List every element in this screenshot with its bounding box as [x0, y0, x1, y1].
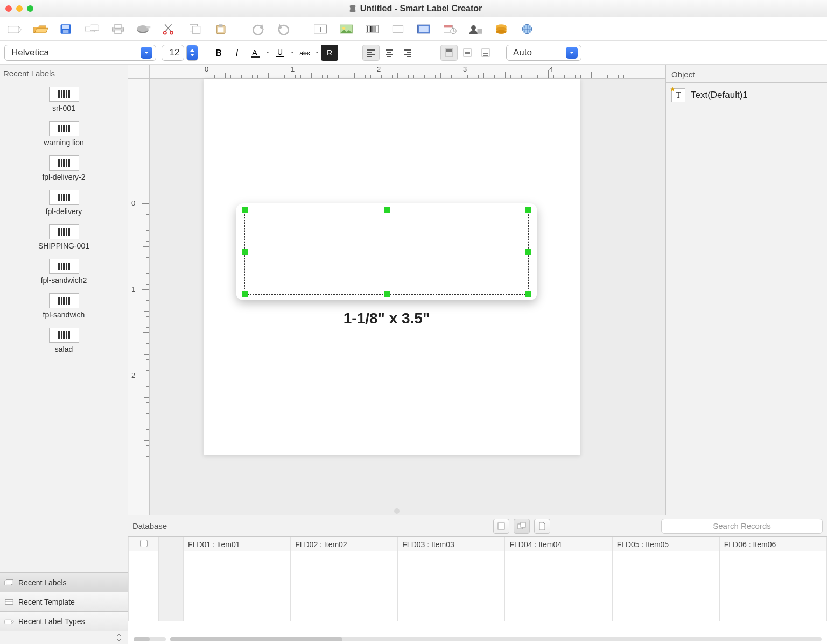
sidebar-expander[interactable]	[0, 631, 128, 644]
db-cell[interactable]	[719, 607, 826, 621]
autosize-combo[interactable]: Auto	[506, 45, 581, 61]
valign-bottom-button[interactable]	[477, 45, 494, 61]
resize-handle-nw[interactable]	[242, 207, 248, 213]
db-col-header[interactable]: FLD05 : Item05	[612, 537, 719, 551]
db-cell[interactable]	[398, 551, 505, 565]
object-item-text-default-1[interactable]: ★ T Text(Default)1	[666, 83, 827, 108]
db-col-header[interactable]: FLD02 : Item02	[291, 537, 398, 551]
valign-top-button[interactable]	[440, 45, 458, 61]
db-row-checkbox[interactable]	[129, 593, 159, 607]
db-scrollbars[interactable]	[128, 636, 827, 644]
align-left-button[interactable]	[362, 45, 380, 61]
db-cell[interactable]	[291, 565, 398, 579]
db-col-header[interactable]: FLD01 : Item01	[184, 537, 291, 551]
db-col-header[interactable]: FLD06 : Item06	[719, 537, 826, 551]
save-as-button[interactable]	[82, 21, 102, 37]
cut-button[interactable]	[159, 21, 180, 37]
underline-menu[interactable]	[290, 45, 295, 61]
db-cell[interactable]	[719, 565, 826, 579]
db-cell[interactable]	[612, 565, 719, 579]
table-row[interactable]	[129, 565, 827, 579]
copy-button[interactable]	[185, 21, 206, 37]
recent-label-item[interactable]: fpl-delivery-2	[0, 151, 128, 186]
insert-screen-button[interactable]	[414, 21, 434, 37]
text-color-menu[interactable]	[265, 45, 270, 61]
recent-label-item[interactable]: fpl-delivery	[0, 186, 128, 220]
db-cell[interactable]	[398, 579, 505, 593]
table-row[interactable]	[129, 579, 827, 593]
db-cell[interactable]	[719, 579, 826, 593]
save-button[interactable]	[56, 21, 76, 37]
database-button[interactable]	[491, 21, 511, 37]
db-view-doc-button[interactable]	[534, 519, 550, 534]
paste-button[interactable]	[211, 21, 232, 37]
strikethrough-button[interactable]: abc	[296, 45, 313, 61]
resize-handle-s[interactable]	[384, 291, 390, 297]
db-cell[interactable]	[291, 593, 398, 607]
inverse-text-button[interactable]: R	[321, 45, 338, 61]
db-cell[interactable]	[612, 579, 719, 593]
db-cell[interactable]	[505, 607, 612, 621]
db-cell[interactable]	[184, 607, 291, 621]
recent-label-item[interactable]: fpl-sandwich	[0, 289, 128, 323]
bold-button[interactable]: B	[210, 45, 227, 61]
undo-button[interactable]	[248, 21, 268, 37]
db-cell[interactable]	[719, 593, 826, 607]
zoom-window-button[interactable]	[27, 5, 33, 12]
sidebar-tab-recent-labels[interactable]: Recent Labels	[0, 573, 128, 592]
sidebar-tab-recent-label-types[interactable]: Recent Label Types	[0, 612, 128, 631]
db-cell[interactable]	[398, 565, 505, 579]
db-row-checkbox[interactable]	[129, 565, 159, 579]
database-grid[interactable]: FLD01 : Item01FLD02 : Item02FLD03 : Item…	[128, 537, 827, 636]
canvas-viewport[interactable]: 1-1/8" x 3.5"	[150, 79, 665, 515]
web-button[interactable]	[517, 21, 537, 37]
resize-handle-se[interactable]	[525, 291, 531, 297]
align-center-button[interactable]	[381, 45, 398, 61]
new-label-button[interactable]	[4, 21, 25, 37]
insert-text-button[interactable]: T	[310, 21, 331, 37]
align-right-button[interactable]	[399, 45, 416, 61]
db-cell[interactable]	[291, 579, 398, 593]
recent-label-item[interactable]: srl-001	[0, 82, 128, 117]
db-cell[interactable]	[612, 551, 719, 565]
insert-image-button[interactable]	[336, 21, 356, 37]
minimize-window-button[interactable]	[16, 5, 23, 12]
db-cell[interactable]	[184, 579, 291, 593]
resize-handle-e[interactable]	[525, 249, 531, 255]
table-row[interactable]	[129, 551, 827, 565]
db-row-checkbox[interactable]	[129, 579, 159, 593]
db-row-checkbox[interactable]	[129, 607, 159, 621]
db-cell[interactable]	[505, 565, 612, 579]
db-col-header[interactable]: FLD04 : Item04	[505, 537, 612, 551]
insert-shape-button[interactable]	[388, 21, 408, 37]
db-cell[interactable]	[505, 579, 612, 593]
canvas-area[interactable]: 01234 012 1-1/8" x 3.5"	[128, 65, 665, 515]
print-button[interactable]	[108, 21, 128, 37]
font-size-field[interactable]: 12	[162, 45, 184, 61]
db-cell[interactable]	[505, 593, 612, 607]
close-window-button[interactable]	[5, 5, 12, 12]
strike-menu[interactable]	[314, 45, 320, 61]
db-cell[interactable]	[719, 551, 826, 565]
db-cell[interactable]	[184, 593, 291, 607]
recent-label-item[interactable]: warning lion	[0, 117, 128, 151]
recent-label-item[interactable]: salad	[0, 323, 128, 358]
open-button[interactable]	[30, 21, 51, 37]
underline-button[interactable]: U	[271, 45, 289, 61]
db-cell[interactable]	[398, 593, 505, 607]
valign-middle-button[interactable]	[459, 45, 476, 61]
printer-button[interactable]	[134, 21, 154, 37]
table-row[interactable]	[129, 593, 827, 607]
db-select-all[interactable]	[129, 537, 159, 551]
text-color-button[interactable]: A	[247, 45, 264, 61]
db-cell[interactable]	[398, 607, 505, 621]
db-cell[interactable]	[612, 593, 719, 607]
splitter-handle[interactable]	[394, 508, 400, 514]
db-cell[interactable]	[505, 551, 612, 565]
insert-barcode-button[interactable]	[362, 21, 382, 37]
address-book-button[interactable]	[465, 21, 486, 37]
table-row[interactable]	[129, 607, 827, 621]
italic-button[interactable]: I	[228, 45, 246, 61]
resize-handle-ne[interactable]	[525, 207, 531, 213]
db-row-checkbox[interactable]	[129, 551, 159, 565]
